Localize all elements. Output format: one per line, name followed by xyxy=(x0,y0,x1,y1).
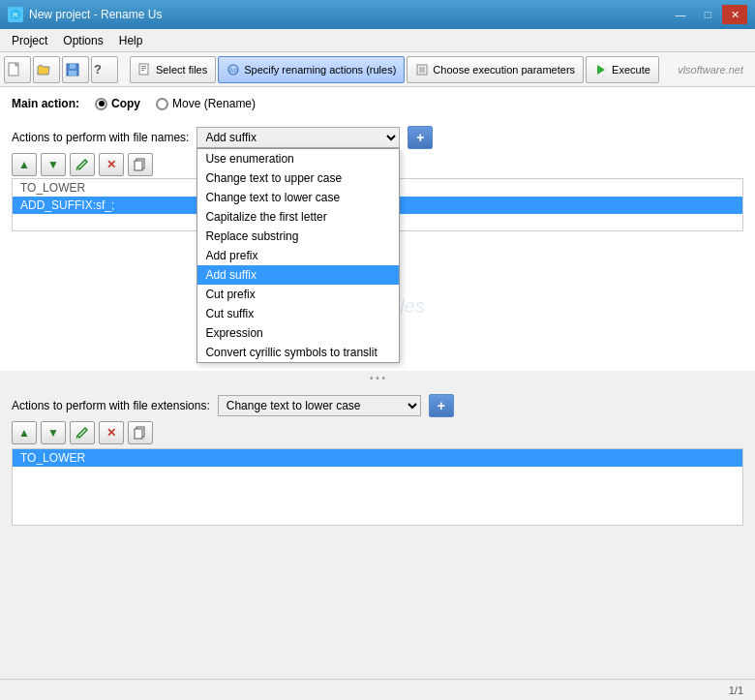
ext-list-item-1[interactable]: TO_LOWER xyxy=(13,449,742,467)
help-icon: ? xyxy=(94,62,102,76)
ext-copy-icon xyxy=(134,426,147,440)
svg-line-18 xyxy=(76,167,77,170)
file-extensions-section: Actions to perform with file extensions:… xyxy=(0,386,755,533)
toolbar-new[interactable] xyxy=(4,56,31,83)
file-extensions-label: Actions to perform with file extensions: xyxy=(12,399,210,412)
execute-icon xyxy=(594,63,608,76)
ext-copy-button[interactable] xyxy=(128,421,153,444)
ext-down-icon: ▼ xyxy=(47,426,59,440)
status-text: 1/1 xyxy=(729,685,743,696)
file-names-edit-button[interactable] xyxy=(70,153,95,176)
ext-add-icon: + xyxy=(438,398,445,413)
choose-params-icon xyxy=(415,63,429,76)
svg-rect-10 xyxy=(141,70,144,71)
maximize-button[interactable]: □ xyxy=(695,5,720,24)
file-extensions-dropdown[interactable]: Change text to lower case xyxy=(218,395,421,416)
dropdown-item-upper[interactable]: Change text to upper case xyxy=(197,168,399,188)
status-bar: 1/1 xyxy=(0,679,755,700)
dropdown-item-enumeration[interactable]: Use enumeration xyxy=(197,149,399,168)
add-icon: + xyxy=(416,130,424,145)
ext-edit-icon xyxy=(76,426,89,440)
radio-move[interactable]: Move (Rename) xyxy=(156,97,256,110)
dropdown-item-replace[interactable]: Replace substring xyxy=(197,227,399,246)
window-title: New project - Rename Us xyxy=(29,8,162,21)
title-bar: R New project - Rename Us — □ ✕ xyxy=(0,0,755,29)
radio-move-circle xyxy=(156,98,168,110)
vlsoftware-label: vlsoftware.net xyxy=(678,64,751,76)
toolbar: ? Select files Ab Specify renaming actio… xyxy=(0,52,755,87)
menu-help[interactable]: Help xyxy=(111,32,151,49)
svg-rect-7 xyxy=(139,64,148,75)
file-names-down-button[interactable]: ▼ xyxy=(41,153,66,176)
execute-label: Execute xyxy=(612,64,650,76)
up-icon: ▲ xyxy=(18,158,30,171)
dropdown-item-capitalize[interactable]: Capitalize the first letter xyxy=(197,207,399,227)
file-names-dropdown[interactable]: Add suffix xyxy=(196,127,400,148)
dropdown-item-cyrillic[interactable]: Convert cyrillic symbols to translit xyxy=(197,343,399,362)
menu-project[interactable]: Project xyxy=(4,32,55,49)
file-names-section: Actions to perform with file names: Add … xyxy=(12,126,743,231)
radio-copy[interactable]: Copy xyxy=(95,97,140,110)
svg-rect-26 xyxy=(135,429,142,439)
toolbar-open[interactable] xyxy=(33,56,60,83)
menu-options[interactable]: Options xyxy=(55,32,110,49)
toolbar-save[interactable] xyxy=(62,56,89,83)
svg-rect-8 xyxy=(141,66,146,67)
radio-move-label: Move (Rename) xyxy=(172,97,256,110)
step-choose-params[interactable]: Choose execution parameters xyxy=(407,56,584,83)
step-select-files[interactable]: Select files xyxy=(130,56,216,83)
file-names-up-button[interactable]: ▲ xyxy=(12,153,37,176)
dropdown-item-add-suffix[interactable]: Add suffix xyxy=(197,265,399,285)
choose-params-label: Choose execution parameters xyxy=(433,64,575,76)
file-extensions-list: TO_LOWER xyxy=(12,448,743,526)
svg-line-24 xyxy=(76,436,77,439)
svg-rect-20 xyxy=(135,161,142,170)
toolbar-help[interactable]: ? xyxy=(91,56,118,83)
dropdown-item-lower[interactable]: Change text to lower case xyxy=(197,188,399,207)
step-specify-actions[interactable]: Ab Specify renaming actions (rules) xyxy=(218,56,405,83)
ext-down-button[interactable]: ▼ xyxy=(41,421,66,444)
select-files-label: Select files xyxy=(156,64,207,76)
file-names-copy-button[interactable] xyxy=(128,153,153,176)
dropdown-item-expression[interactable]: Expression xyxy=(197,323,399,343)
main-action-label: Main action: xyxy=(12,97,79,110)
file-names-add-button[interactable]: + xyxy=(408,126,433,149)
dropdown-item-cut-prefix[interactable]: Cut prefix xyxy=(197,285,399,304)
app-icon: R xyxy=(8,7,23,22)
file-extensions-dropdown-wrapper: Change text to lower case xyxy=(218,395,421,416)
ext-delete-button[interactable]: ✕ xyxy=(99,421,124,444)
save-icon xyxy=(65,62,80,77)
minimize-button[interactable]: — xyxy=(668,5,693,24)
ext-edit-button[interactable] xyxy=(70,421,95,444)
menu-bar: Project Options Help xyxy=(0,29,755,52)
ext-up-button[interactable]: ▲ xyxy=(12,421,37,444)
svg-text:R: R xyxy=(13,11,18,19)
svg-text:Ab: Ab xyxy=(229,67,238,74)
copy-icon xyxy=(134,158,147,171)
delete-icon: ✕ xyxy=(106,158,116,171)
file-extensions-add-button[interactable]: + xyxy=(429,394,454,417)
svg-marker-17 xyxy=(597,65,605,75)
dropdown-item-cut-suffix[interactable]: Cut suffix xyxy=(197,304,399,323)
radio-copy-circle xyxy=(95,98,107,110)
close-button[interactable]: ✕ xyxy=(722,5,747,24)
main-action-row: Main action: Copy Move (Rename) xyxy=(12,97,743,110)
divider-dots: • • • xyxy=(0,371,755,386)
file-names-delete-button[interactable]: ✕ xyxy=(99,153,124,176)
ext-up-icon: ▲ xyxy=(18,426,30,440)
radio-copy-label: Copy xyxy=(111,97,140,110)
dropdown-item-add-prefix[interactable]: Add prefix xyxy=(197,246,399,265)
file-names-label: Actions to perform with file names: xyxy=(12,131,189,144)
svg-rect-6 xyxy=(69,71,76,76)
select-files-icon xyxy=(138,63,152,76)
ext-delete-icon: ✕ xyxy=(106,426,116,440)
step-execute[interactable]: Execute xyxy=(586,56,659,83)
svg-rect-5 xyxy=(70,64,76,69)
specify-label: Specify renaming actions (rules) xyxy=(244,64,396,76)
new-icon xyxy=(7,62,22,77)
edit-icon xyxy=(76,158,89,171)
main-content: Main action: Copy Move (Rename) Actions … xyxy=(0,87,755,245)
specify-icon: Ab xyxy=(226,63,240,76)
down-icon: ▼ xyxy=(47,158,59,171)
file-names-dropdown-popup: Use enumeration Change text to upper cas… xyxy=(196,148,400,363)
